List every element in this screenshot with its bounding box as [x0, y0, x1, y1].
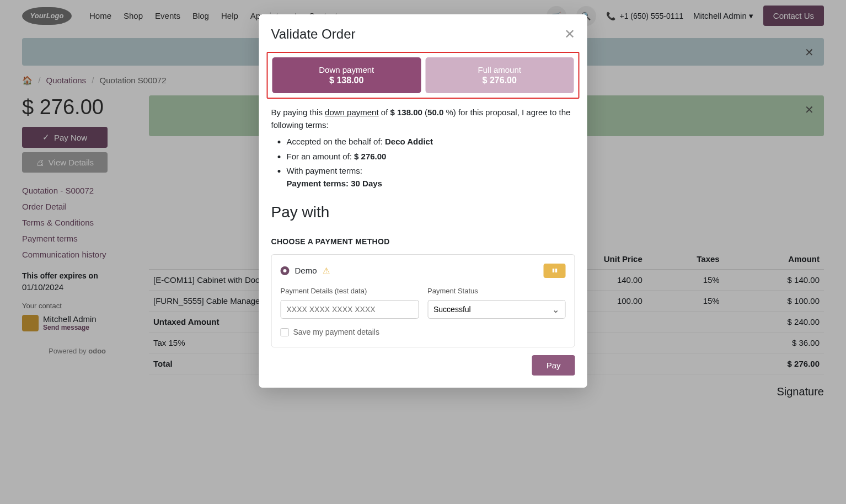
warning-icon: ⚠ [323, 265, 330, 277]
modal-title: Validate Order [271, 26, 356, 42]
validate-order-modal: Validate Order ✕ Down payment $ 138.00 F… [259, 14, 587, 388]
term-payment: With payment terms:Payment terms: 30 Day… [287, 165, 575, 190]
payment-details-label: Payment Details (test data) [281, 286, 419, 297]
payment-status-select[interactable]: Successful [427, 300, 566, 319]
term-amount: For an amount of: $ 276.00 [287, 151, 575, 163]
card-icon: ▮▮ [544, 264, 566, 278]
full-amount-option[interactable]: Full amount $ 276.00 [425, 57, 574, 93]
payment-details-input[interactable] [281, 300, 419, 319]
pay-button[interactable]: Pay [532, 355, 575, 376]
payment-status-label: Payment Status [427, 286, 566, 297]
save-details-label: Save my payment details [293, 326, 379, 338]
radio-selected[interactable] [281, 266, 290, 275]
pay-with-heading: Pay with [271, 201, 575, 224]
agreement-text: By paying this down payment of $ 138.00 … [271, 106, 575, 131]
down-payment-option[interactable]: Down payment $ 138.00 [272, 57, 421, 93]
term-behalf: Accepted on the behalf of: Deco Addict [287, 136, 575, 148]
method-name: Demo [295, 265, 317, 277]
close-icon[interactable]: ✕ [564, 26, 575, 42]
payment-method-box: Demo ⚠ ▮▮ Payment Details (test data) Pa… [271, 254, 575, 347]
down-payment-link[interactable]: down payment [325, 108, 379, 117]
save-details-checkbox[interactable] [281, 328, 289, 336]
amount-toggle: Down payment $ 138.00 Full amount $ 276.… [267, 52, 580, 99]
choose-method-label: CHOOSE A PAYMENT METHOD [271, 236, 575, 248]
